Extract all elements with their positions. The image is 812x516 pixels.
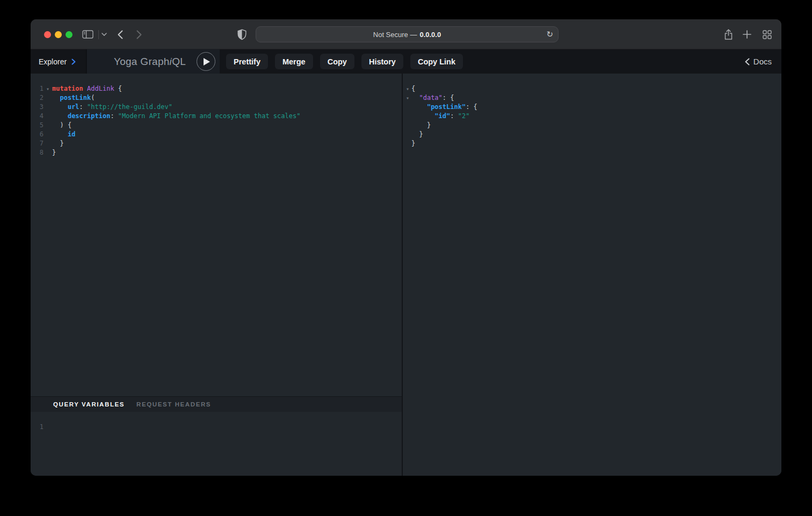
code-text: } (411, 130, 423, 139)
forward-button-icon[interactable] (136, 19, 142, 49)
fold-spacer (44, 130, 52, 139)
code-line: 3 url: "http://the-guild.dev" (31, 103, 402, 112)
share-icon[interactable] (724, 19, 733, 49)
fold-spacer (44, 112, 52, 121)
main-area: 1▾mutation AddLink {2 postLink(3 url: "h… (31, 74, 781, 476)
code-text: url: "http://the-guild.dev" (52, 103, 172, 112)
docs-toggle[interactable]: Docs (745, 49, 772, 74)
code-line: 5 ) { (31, 121, 402, 130)
copy-button[interactable]: Copy (320, 54, 354, 69)
new-tab-plus-icon[interactable] (743, 19, 751, 49)
code-line: 6 id (31, 130, 402, 139)
fold-spacer (44, 148, 52, 157)
browser-chrome-bar: Not Secure — 0.0.0.0 ↻ (31, 19, 781, 49)
sidebar-chevron-down-icon[interactable] (102, 19, 107, 49)
code-text: "data": { (411, 93, 454, 103)
variables-editor[interactable]: 1 (31, 412, 402, 476)
prettify-button[interactable]: Prettify (226, 54, 268, 69)
line-number: 6 (31, 130, 44, 139)
code-line: } (404, 139, 781, 148)
fold-spacer (404, 130, 411, 139)
fold-spacer (404, 139, 411, 148)
line-number: 2 (31, 93, 44, 103)
code-text: { (411, 84, 415, 93)
line-number: 5 (31, 121, 44, 130)
fold-spacer (404, 103, 411, 112)
reload-icon[interactable]: ↻ (546, 30, 553, 39)
sidebar-toggle-icon[interactable] (82, 19, 93, 49)
code-text: postLink( (52, 93, 95, 103)
fold-spacer (44, 139, 52, 148)
fold-spacer (44, 121, 52, 130)
zoom-window-button[interactable] (66, 31, 73, 38)
fold-arrow-icon[interactable]: ▾ (404, 84, 411, 93)
response-viewer: ▾{▾ "data": { "postLink": { "id": "2" } … (403, 74, 781, 476)
code-line: 2 postLink( (31, 93, 402, 103)
fold-spacer (404, 121, 411, 130)
query-editor[interactable]: 1▾mutation AddLink {2 postLink(3 url: "h… (31, 74, 402, 396)
minimize-window-button[interactable] (55, 31, 62, 38)
code-text: } (411, 121, 431, 130)
back-button-icon[interactable] (118, 19, 123, 49)
code-text: "postLink": { (411, 103, 477, 112)
explorer-toggle[interactable]: Explorer (31, 49, 86, 74)
code-line: 4 description: "Modern API Platform and … (31, 112, 402, 121)
page-title: Yoga GraphiQL (114, 49, 186, 74)
code-line: "id": "2" (404, 112, 781, 121)
code-line: 1 (31, 423, 402, 432)
code-text: ) { (52, 121, 71, 130)
chevron-right-icon (71, 59, 76, 65)
code-text: id (52, 130, 75, 139)
code-line: 8} (31, 148, 402, 157)
close-window-button[interactable] (44, 31, 51, 38)
chevron-left-icon (745, 58, 750, 66)
fold-spacer (44, 103, 52, 112)
copy-link-button[interactable]: Copy Link (410, 54, 463, 69)
fold-arrow-icon[interactable]: ▾ (44, 84, 52, 93)
code-text: } (52, 139, 64, 148)
code-line: ▾ "data": { (404, 93, 781, 103)
chrome-divider (98, 30, 99, 39)
code-line: } (404, 121, 781, 130)
tab-query-variables[interactable]: QUERY VARIABLES (53, 401, 125, 408)
browser-window: Not Secure — 0.0.0.0 ↻ (31, 19, 781, 476)
graphiql-toolbar: Explorer Yoga GraphiQL Prettify Merge Co… (31, 49, 781, 74)
fold-spacer (404, 112, 411, 121)
line-number: 3 (31, 103, 44, 112)
address-bar[interactable]: Not Secure — 0.0.0.0 ↻ (256, 26, 559, 42)
code-line: 1▾mutation AddLink { (31, 84, 402, 93)
line-number: 1 (31, 84, 44, 93)
code-text: } (52, 148, 56, 157)
tab-overview-icon[interactable] (763, 19, 772, 49)
execute-query-button[interactable] (197, 52, 215, 71)
code-line: ▾{ (404, 84, 781, 93)
fold-spacer (44, 93, 52, 103)
code-text: mutation AddLink { (52, 84, 122, 93)
line-number: 4 (31, 112, 44, 121)
url-host: 0.0.0.0 (419, 31, 441, 39)
code-line: 7 } (31, 139, 402, 148)
secondary-editor-tabs: QUERY VARIABLES REQUEST HEADERS (31, 396, 402, 412)
security-label: Not Secure — (373, 31, 417, 39)
line-number: 1 (31, 423, 44, 432)
line-number: 7 (31, 139, 44, 148)
code-text: "id": "2" (411, 112, 469, 121)
code-line: "postLink": { (404, 103, 781, 112)
merge-button[interactable]: Merge (275, 54, 313, 69)
privacy-shield-icon[interactable] (237, 19, 247, 49)
explorer-label: Explorer (39, 57, 67, 66)
docs-label: Docs (753, 57, 772, 66)
line-number: 8 (31, 148, 44, 157)
toolbar-buttons: Prettify Merge Copy History Copy Link (226, 54, 463, 69)
code-text: description: "Modern API Platform and ec… (52, 112, 300, 121)
tab-request-headers[interactable]: REQUEST HEADERS (136, 401, 211, 408)
history-button[interactable]: History (361, 54, 403, 69)
left-pane: 1▾mutation AddLink {2 postLink(3 url: "h… (31, 74, 402, 476)
code-text: } (411, 139, 415, 148)
fold-arrow-icon[interactable]: ▾ (404, 93, 411, 103)
code-line: } (404, 130, 781, 139)
play-icon (204, 58, 210, 66)
